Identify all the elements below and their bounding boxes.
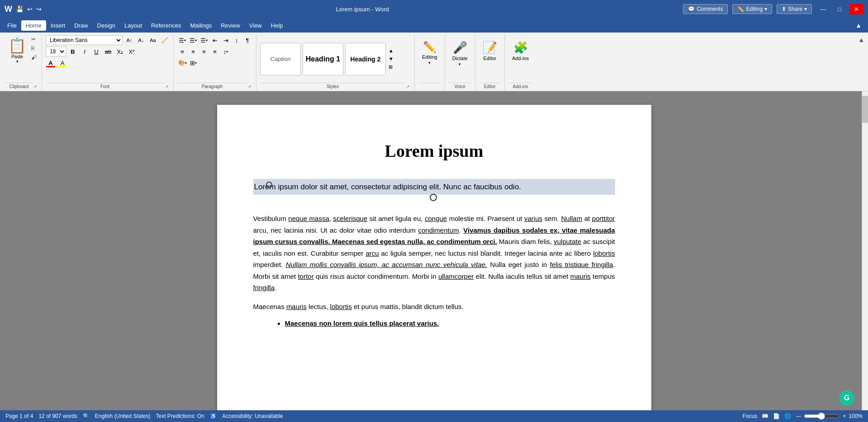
bullets-button[interactable]: ☰▾ <box>177 35 187 45</box>
page-info[interactable]: Page 1 of 4 <box>5 413 33 419</box>
clear-format-button[interactable]: 🧹 <box>160 35 170 45</box>
clipboard-expand[interactable]: ↗ <box>33 84 38 89</box>
bold-button[interactable]: B <box>68 47 78 56</box>
zoom-out-button[interactable]: — <box>796 413 801 419</box>
menu-insert[interactable]: Insert <box>46 20 70 31</box>
ribbon-collapse-button[interactable]: ▲ <box>852 20 865 31</box>
scroll-thumb[interactable] <box>862 96 868 123</box>
strikethrough-button[interactable]: ab <box>103 47 113 56</box>
decrease-indent-button[interactable]: ⇤ <box>210 35 220 45</box>
paragraph-mark-button[interactable]: ¶ <box>242 35 252 45</box>
dictate-button[interactable]: 🎤 Dictate ▾ <box>449 39 471 68</box>
vertical-scrollbar[interactable] <box>862 91 868 410</box>
print-layout-icon[interactable]: 📄 <box>773 413 780 419</box>
style-heading1-box[interactable]: Heading 1 <box>303 43 343 75</box>
increase-font-button[interactable]: A↑ <box>124 35 134 45</box>
format-painter-button[interactable]: 🖌 <box>30 53 38 62</box>
minimize-button[interactable]: — <box>816 4 830 14</box>
grammarly-button[interactable]: G <box>839 390 854 406</box>
chevron-down-icon-editing: ▾ <box>428 61 431 65</box>
read-mode-icon[interactable]: 📖 <box>762 413 768 419</box>
align-left-button[interactable]: ≡ <box>177 47 187 56</box>
style-heading2-box[interactable]: Heading 2 <box>345 43 386 75</box>
style-caption-box[interactable]: Caption <box>260 43 301 75</box>
menu-draw[interactable]: Draw <box>70 20 92 31</box>
italic-button[interactable]: I <box>80 47 90 56</box>
zoom-in-button[interactable]: + <box>843 413 846 419</box>
superscript-icon: X² <box>129 48 135 55</box>
superscript-button[interactable]: X² <box>127 47 137 56</box>
highlight-button[interactable]: A <box>57 58 67 68</box>
editor-button[interactable]: 📝 Editor <box>479 39 501 63</box>
styles-scroll-down[interactable]: ▼ <box>388 55 394 62</box>
align-center-button[interactable]: ≡ <box>188 47 198 56</box>
borders-button[interactable]: ⊞▾ <box>188 58 198 68</box>
font-name-select[interactable]: Liberation Sans <box>46 35 123 45</box>
underline-button[interactable]: U <box>91 47 101 56</box>
maximize-button[interactable]: □ <box>834 4 845 14</box>
decrease-font-button[interactable]: A↓ <box>136 35 146 45</box>
ribbon-more-button[interactable]: ▲ <box>858 36 864 43</box>
menu-layout[interactable]: Layout <box>120 20 147 31</box>
styles-expand[interactable]: ↗ <box>405 84 411 89</box>
menu-help[interactable]: Help <box>266 20 288 31</box>
status-left: Page 1 of 4 12 of 907 words 🔍 English (U… <box>5 413 283 419</box>
change-case-icon: Aa <box>150 38 156 43</box>
word-count[interactable]: 12 of 907 words <box>38 413 77 419</box>
title-left: W 💾 ↩ ↪ <box>5 5 42 14</box>
chevron-down-icon-dictate: ▾ <box>459 62 461 66</box>
editor-icon: 📝 <box>483 41 497 55</box>
line-spacing-button[interactable]: ↕▾ <box>221 47 231 56</box>
paste-button[interactable]: 📋 Paste ▾ <box>5 35 29 66</box>
close-button[interactable]: ✕ <box>849 4 863 14</box>
editing-mode-button[interactable]: ✏️ Editing ▾ <box>732 4 772 14</box>
align-center-icon: ≡ <box>191 48 195 55</box>
cut-button[interactable]: ✂ <box>30 35 38 44</box>
paragraph-expand[interactable]: ↗ <box>247 84 252 89</box>
selected-text-block[interactable]: Lorem ipsum dolor sit amet, consectetur … <box>253 179 615 195</box>
quick-access-save[interactable]: 💾 <box>16 5 24 13</box>
menu-design[interactable]: Design <box>93 20 120 31</box>
menu-mailings[interactable]: Mailings <box>186 20 217 31</box>
editing-button[interactable]: ✏️ Editing ▾ <box>418 39 441 67</box>
align-right-icon: ≡ <box>202 48 206 55</box>
ribbon-right-controls: ▲ <box>856 34 866 91</box>
language-indicator[interactable]: English (United States) <box>95 413 151 419</box>
numbering-button[interactable]: ☰▾ <box>188 35 198 45</box>
zoom-level[interactable]: 100% <box>849 413 863 419</box>
align-right-button[interactable]: ≡ <box>199 47 209 56</box>
focus-button[interactable]: Focus <box>743 413 758 419</box>
menu-references[interactable]: References <box>147 20 185 31</box>
text-predictions[interactable]: Text Predictions: On <box>156 413 204 419</box>
styles-expand-button[interactable]: ⊞ <box>388 63 394 71</box>
sort-button[interactable]: ↕ <box>232 35 242 45</box>
font-group: Liberation Sans A↑ A↓ Aa 🧹 18 B I U ab X… <box>42 34 174 91</box>
font-size-select[interactable]: 18 <box>46 47 66 56</box>
font-expand[interactable]: ↗ <box>164 84 170 89</box>
zoom-slider[interactable] <box>804 413 840 420</box>
quick-access-redo[interactable]: ↪ <box>36 5 42 13</box>
shading-button[interactable]: 🎨▾ <box>177 58 187 68</box>
font-color-button[interactable]: A <box>46 58 56 68</box>
subscript-button[interactable]: X₂ <box>115 47 125 56</box>
justify-button[interactable]: ≡ <box>210 47 220 56</box>
menu-file[interactable]: File <box>3 20 21 31</box>
share-button[interactable]: ⬆ Share ▾ <box>777 4 812 14</box>
quick-access-undo[interactable]: ↩ <box>27 5 33 13</box>
addins-button[interactable]: 🧩 Add-ins <box>508 39 532 63</box>
align-left-icon: ≡ <box>180 48 184 55</box>
edit-icon: ✏️ <box>737 6 744 12</box>
menu-view[interactable]: View <box>245 20 266 31</box>
share-icon: ⬆ <box>782 6 786 12</box>
menu-review[interactable]: Review <box>216 20 245 31</box>
increase-indent-button[interactable]: ⇥ <box>221 35 231 45</box>
bullet-list: Maecenas non lorem quis tellus placerat … <box>267 319 615 327</box>
multilevel-button[interactable]: ☰▾ <box>199 35 209 45</box>
styles-scroll-up[interactable]: ▲ <box>388 47 394 54</box>
copy-button[interactable]: ⎘ <box>30 44 38 53</box>
accessibility-status[interactable]: Accessibility: Unavailable <box>222 413 283 419</box>
menu-home[interactable]: Home <box>21 20 46 31</box>
web-layout-icon[interactable]: 🌐 <box>784 413 791 419</box>
comments-button[interactable]: 💬 Comments <box>683 4 728 14</box>
change-case-button[interactable]: Aa <box>148 35 158 45</box>
